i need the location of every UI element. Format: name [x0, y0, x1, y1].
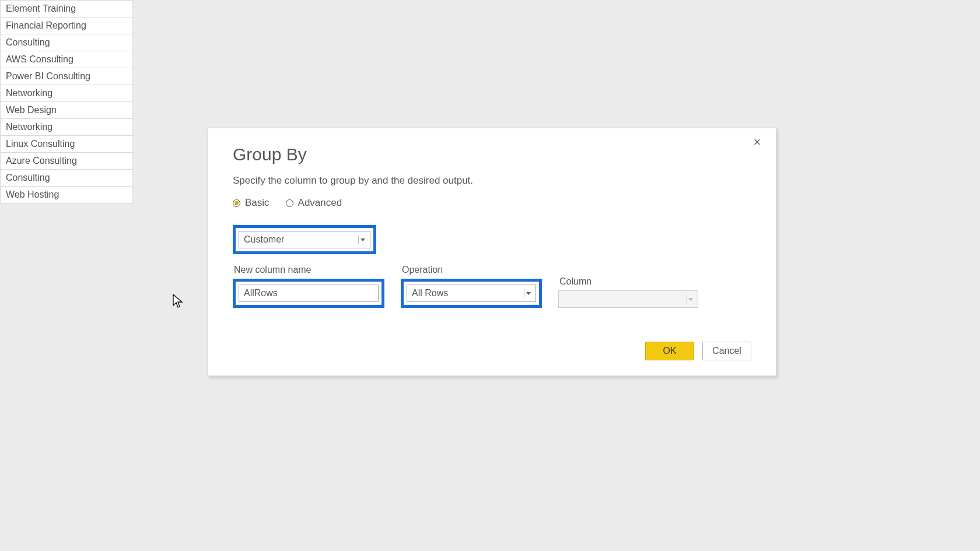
list-item[interactable]: Web Hosting: [1, 186, 132, 203]
radio-selected-icon: [233, 199, 240, 207]
new-column-name-input[interactable]: [239, 285, 379, 302]
radio-basic-label: Basic: [245, 197, 270, 209]
column-label: Column: [559, 276, 698, 287]
radio-unselected-icon: [286, 199, 293, 207]
radio-advanced-label: Advanced: [298, 197, 342, 209]
chevron-down-icon: [524, 289, 532, 297]
close-icon[interactable]: ×: [750, 135, 764, 149]
new-column-highlight: [233, 279, 384, 308]
cancel-button[interactable]: Cancel: [702, 342, 751, 360]
group-by-dialog: × Group By Specify the column to group b…: [208, 128, 776, 376]
operation-select[interactable]: All Rows: [407, 285, 536, 302]
column-select: [558, 290, 698, 308]
operation-value: All Rows: [412, 288, 448, 299]
groupby-highlight: Customer: [233, 225, 376, 254]
groupby-column-value: Customer: [244, 234, 284, 245]
chevron-down-icon: [358, 236, 366, 244]
dialog-footer: OK Cancel: [233, 342, 751, 360]
radio-advanced[interactable]: Advanced: [286, 197, 342, 209]
list-item[interactable]: Networking: [1, 118, 132, 135]
operation-highlight: All Rows: [401, 279, 542, 308]
groupby-column-select[interactable]: Customer: [239, 231, 370, 248]
chevron-down-icon: [686, 295, 694, 303]
operation-label: Operation: [402, 265, 542, 275]
list-item[interactable]: Networking: [1, 85, 132, 101]
list-item[interactable]: Consulting: [1, 34, 132, 51]
list-item[interactable]: AWS Consulting: [1, 51, 132, 68]
radio-basic[interactable]: Basic: [233, 197, 270, 209]
list-item[interactable]: Azure Consulting: [1, 152, 132, 169]
ok-button[interactable]: OK: [645, 342, 694, 360]
list-item[interactable]: Element Training: [1, 0, 132, 17]
mouse-cursor-icon: [173, 294, 183, 309]
list-item[interactable]: Consulting: [1, 169, 132, 186]
list-item[interactable]: Power BI Consulting: [1, 68, 132, 85]
list-item[interactable]: Financial Reporting: [1, 17, 132, 34]
list-item[interactable]: Linux Consulting: [1, 135, 132, 152]
mode-radio-group: Basic Advanced: [233, 197, 751, 209]
dialog-subtitle: Specify the column to group by and the d…: [233, 175, 751, 187]
data-column-list: Element Training Financial Reporting Con…: [0, 0, 133, 203]
dialog-title: Group By: [233, 145, 751, 164]
new-column-name-label: New column name: [234, 265, 384, 275]
list-item[interactable]: Web Design: [1, 101, 132, 118]
output-fields-row: New column name Operation All Rows Colum…: [233, 265, 751, 308]
